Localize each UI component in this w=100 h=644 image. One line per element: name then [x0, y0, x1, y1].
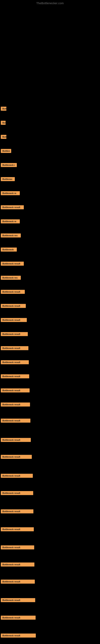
result-label: Bottleneck result — [1, 402, 30, 406]
result-label: Bottleneck result — [1, 509, 33, 514]
result-label: Bottleneck result — [1, 388, 30, 392]
result-row-16: Bottleneck result — [1, 318, 27, 322]
result-label: Bottleneck result — [1, 318, 27, 322]
result-label: Bottleneck result — [1, 598, 35, 602]
result-row-14: Bottleneck result — [1, 290, 25, 294]
result-row-22: Bottleneck result — [1, 402, 30, 406]
result-row-31: Bottleneck result — [1, 562, 34, 566]
result-label: Bottleneck result — [1, 418, 30, 422]
result-label: Bottleneck r — [1, 163, 17, 167]
result-row-35: Bottleneck result — [1, 634, 36, 638]
result-row-3: Bottleneck result — [1, 135, 6, 139]
result-row-25: Bottleneck result — [1, 455, 32, 459]
result-row-11: Bottleneck — [1, 248, 17, 252]
result-label: Bottleneck result — [1, 527, 34, 531]
result-label: Bottleneck result — [1, 634, 36, 638]
result-label: Bottleneck result — [1, 546, 34, 550]
result-label: Bottleneck result — [1, 474, 33, 478]
result-label: Bottleneck result — [1, 332, 28, 336]
result-label: Bottleneck result — [1, 455, 32, 459]
result-row-17: Bottleneck result — [1, 332, 28, 336]
result-label: Bottlenec — [1, 177, 15, 181]
result-label: Bottleneck — [1, 248, 17, 252]
result-label: Bottleneck result — [1, 290, 25, 294]
result-label: Bottleneck result — [1, 107, 6, 111]
result-row-5: Bottleneck r — [1, 163, 17, 167]
result-label: Bottleneck result — [1, 360, 29, 364]
result-row-29: Bottleneck result — [1, 527, 34, 531]
result-label: Bottleneck re — [1, 191, 20, 195]
result-row-19: Bottleneck result — [1, 360, 29, 364]
result-label: Bottleneck result — [1, 304, 26, 308]
result-label: Bottleneck result — [1, 616, 36, 620]
result-label: Bottleneck re — [1, 219, 20, 224]
site-title: TheBottlenecker.com — [0, 2, 100, 5]
result-row-9: Bottleneck re — [1, 219, 20, 224]
result-label: Bottleneck result — [1, 205, 24, 209]
result-row-12: Bottleneck result — [1, 262, 24, 266]
result-label: Bottlen — [1, 149, 11, 153]
result-row-26: Bottleneck result — [1, 474, 33, 478]
result-row-24: Bottleneck result — [1, 438, 31, 442]
result-row-15: Bottleneck result — [1, 304, 26, 308]
result-row-30: Bottleneck result — [1, 546, 34, 550]
result-row-20: Bottleneck result — [1, 374, 29, 378]
result-row-6: Bottlenec — [1, 177, 15, 181]
result-label: Bottleneck res — [1, 276, 21, 280]
result-label: Bottleneck result — [1, 580, 35, 584]
result-label: Bottleneck result — [1, 121, 6, 125]
result-row-21: Bottleneck result — [1, 388, 30, 392]
result-row-33: Bottleneck result — [1, 598, 35, 602]
result-row-1: Bottleneck result — [1, 107, 6, 111]
result-row-23: Bottleneck result — [1, 418, 30, 422]
result-label: Bottleneck result — [1, 262, 24, 266]
result-label: Bottleneck result — [1, 346, 28, 350]
result-row-8: Bottleneck result — [1, 205, 24, 209]
result-label: Bottleneck result — [1, 374, 29, 378]
result-row-27: Bottleneck result — [1, 491, 33, 495]
result-label: Bottleneck result — [1, 135, 6, 139]
result-row-4: Bottlen — [1, 149, 11, 153]
result-row-28: Bottleneck result — [1, 509, 33, 514]
result-label: Bottleneck result — [1, 438, 31, 442]
result-label: Bottleneck result — [1, 562, 34, 566]
result-row-13: Bottleneck res — [1, 276, 21, 280]
result-row-2: Bottleneck result — [1, 121, 6, 125]
result-row-34: Bottleneck result — [1, 616, 36, 620]
result-row-18: Bottleneck result — [1, 346, 28, 350]
result-row-10: Bottleneck res — [1, 234, 21, 238]
result-label: Bottleneck res — [1, 234, 21, 238]
result-row-7: Bottleneck re — [1, 191, 20, 195]
result-label: Bottleneck result — [1, 491, 33, 495]
result-row-32: Bottleneck result — [1, 580, 35, 584]
